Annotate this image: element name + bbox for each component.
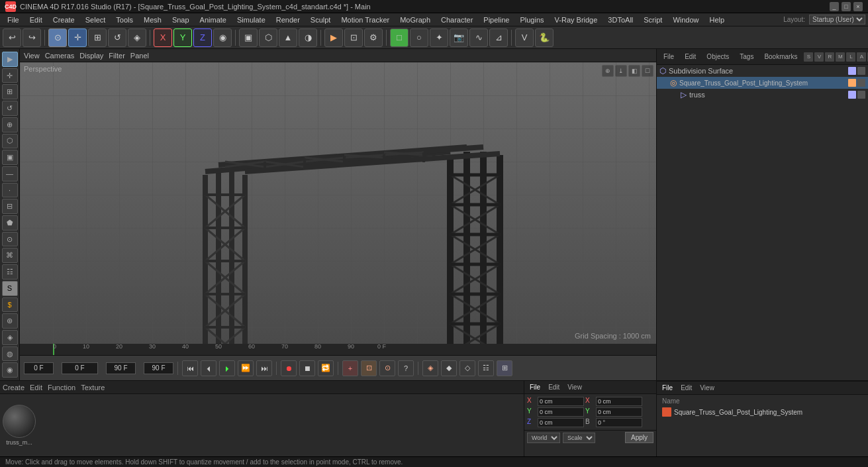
model-tool[interactable]: ⬡ xyxy=(2,134,18,149)
total-frame-input[interactable] xyxy=(144,362,173,374)
scale-tool[interactable]: ⊞ xyxy=(2,84,18,99)
sculpt-tool[interactable]: ◍ xyxy=(2,346,18,362)
me-menu-function[interactable]: Function xyxy=(48,384,75,391)
loop-button[interactable]: 🔁 xyxy=(318,360,334,376)
scale-tool-button[interactable]: ⊞ xyxy=(88,28,107,47)
vp-icon-panels[interactable]: ☐ xyxy=(642,65,653,77)
move-tool-button[interactable]: ✛ xyxy=(68,28,87,47)
menu-mograph[interactable]: MoGraph xyxy=(395,15,435,25)
menu-script[interactable]: Script xyxy=(639,15,667,25)
camera-button[interactable]: 📷 xyxy=(450,28,468,47)
om-icon-6[interactable]: A xyxy=(857,52,866,62)
menu-vray[interactable]: V-Ray Bridge xyxy=(550,15,603,25)
coord-tab-view[interactable]: View xyxy=(565,383,585,391)
vp-icon-split[interactable]: ◧ xyxy=(628,65,640,77)
layout-dropdown[interactable]: Startup (User) xyxy=(809,15,865,25)
undo-button[interactable]: ↩ xyxy=(3,28,21,47)
menu-snap[interactable]: Snap xyxy=(168,15,194,25)
am-tab-file[interactable]: File xyxy=(659,384,675,392)
menu-simulate[interactable]: Simulate xyxy=(232,15,270,25)
menu-edit[interactable]: Edit xyxy=(25,15,47,25)
z-pos-input[interactable] xyxy=(538,418,584,427)
y-pos-input[interactable] xyxy=(538,407,584,417)
spline-button[interactable]: ∿ xyxy=(469,28,488,47)
om-icon-3[interactable]: R xyxy=(825,52,834,62)
vp-menu-display[interactable]: Display xyxy=(79,52,103,60)
current-frame-input[interactable] xyxy=(62,362,98,374)
menu-window[interactable]: Window xyxy=(668,15,703,25)
start-frame-input[interactable] xyxy=(24,362,54,374)
om-icon-1[interactable]: S xyxy=(804,52,813,62)
paint-tool[interactable]: ◈ xyxy=(2,330,18,345)
vp-icon-down[interactable]: ⤓ xyxy=(615,65,627,77)
line-view-button[interactable]: ⬡ xyxy=(259,28,277,47)
menu-tools[interactable]: Tools xyxy=(111,15,138,25)
transform-left-tool[interactable]: ⊕ xyxy=(2,117,18,132)
vp-menu-panel[interactable]: Panel xyxy=(130,52,149,60)
key-sel-button[interactable]: ◇ xyxy=(459,360,475,376)
play-button[interactable]: ⏵ xyxy=(219,360,235,376)
menu-sculpt[interactable]: Sculpt xyxy=(306,15,336,25)
viewport[interactable]: Perspective ⊕ ⤓ ◧ ☐ xyxy=(20,62,656,344)
apply-button[interactable]: Apply xyxy=(625,432,653,443)
minimize-button[interactable]: _ xyxy=(830,2,839,11)
target-tool[interactable]: ⊙ xyxy=(2,232,18,247)
menu-pipeline[interactable]: Pipeline xyxy=(479,15,514,25)
am-tab-edit[interactable]: Edit xyxy=(678,384,695,392)
rp-tab-tags[interactable]: Tags xyxy=(736,52,757,62)
rp-tab-bookmarks[interactable]: Bookmarks xyxy=(760,52,801,62)
python-button[interactable]: 🐍 xyxy=(535,28,554,47)
menu-motion-tracker[interactable]: Motion Tracker xyxy=(336,15,394,25)
b-input[interactable] xyxy=(596,418,642,427)
material-ball[interactable] xyxy=(3,405,36,438)
coord-z-button[interactable]: Z xyxy=(193,28,212,47)
deformer-button[interactable]: ⊿ xyxy=(489,28,508,47)
redo-button[interactable]: ↪ xyxy=(23,28,41,47)
live-select-tool[interactable]: ▶ xyxy=(2,52,18,67)
point-tool[interactable]: · xyxy=(2,183,18,198)
dope-button[interactable]: ⊞ xyxy=(497,360,512,376)
move-tool[interactable]: ✛ xyxy=(2,68,18,83)
cube-button[interactable]: □ xyxy=(390,28,409,47)
light-view-button[interactable]: ◑ xyxy=(299,28,317,47)
step-forward-button[interactable]: ⏩ xyxy=(238,360,254,376)
polygon-tool[interactable]: ▣ xyxy=(2,150,18,165)
vp-menu-view[interactable]: View xyxy=(24,52,40,60)
me-menu-edit[interactable]: Edit xyxy=(30,384,42,391)
dollar-tool[interactable]: $ xyxy=(2,297,18,313)
om-icon-4[interactable]: M xyxy=(836,52,845,62)
render-settings-button[interactable]: ⚙ xyxy=(364,28,383,47)
object-mode-button[interactable]: ⊙ xyxy=(48,28,67,47)
om-item-subdivision[interactable]: ⬡ Subdivision Surface xyxy=(657,65,868,77)
render-button[interactable]: ▶ xyxy=(324,28,343,47)
coord-y-button[interactable]: Y xyxy=(173,28,192,47)
rp-tab-edit[interactable]: Edit xyxy=(681,52,700,62)
menu-render[interactable]: Render xyxy=(271,15,305,25)
menu-select[interactable]: Select xyxy=(81,15,111,25)
om-icon-5[interactable]: L xyxy=(846,52,855,62)
menu-plugins[interactable]: Plugins xyxy=(515,15,548,25)
om-icon-2[interactable]: V xyxy=(814,52,824,62)
attract-tool[interactable]: ◉ xyxy=(2,362,18,378)
goto-end-button[interactable]: ⏭ xyxy=(256,360,272,376)
motion-mode-button[interactable]: ⊡ xyxy=(361,360,377,376)
maximize-button[interactable]: □ xyxy=(842,2,851,11)
rotate-tool-button[interactable]: ↺ xyxy=(108,28,126,47)
sphere-button[interactable]: ○ xyxy=(410,28,428,47)
add-key-button[interactable]: ◈ xyxy=(422,360,438,376)
menu-create[interactable]: Create xyxy=(48,15,79,25)
menu-character[interactable]: Character xyxy=(436,15,477,25)
om-item-truss[interactable]: ▷ truss xyxy=(657,89,868,101)
am-tab-view[interactable]: View xyxy=(697,384,717,392)
rp-tab-file[interactable]: File xyxy=(659,52,678,62)
x2-input[interactable] xyxy=(596,397,642,406)
command-tool[interactable]: ⌘ xyxy=(2,248,18,263)
menu-help[interactable]: Help xyxy=(705,15,730,25)
coord-tab-file[interactable]: File xyxy=(527,383,543,391)
coord-tab-edit[interactable]: Edit xyxy=(546,383,562,391)
circular-tool[interactable]: ⊛ xyxy=(2,313,18,329)
me-menu-create[interactable]: Create xyxy=(3,384,24,391)
coord-x-button[interactable]: X xyxy=(154,28,172,47)
goto-start-button[interactable]: ⏮ xyxy=(182,360,198,376)
vray-button[interactable]: V xyxy=(515,28,534,47)
